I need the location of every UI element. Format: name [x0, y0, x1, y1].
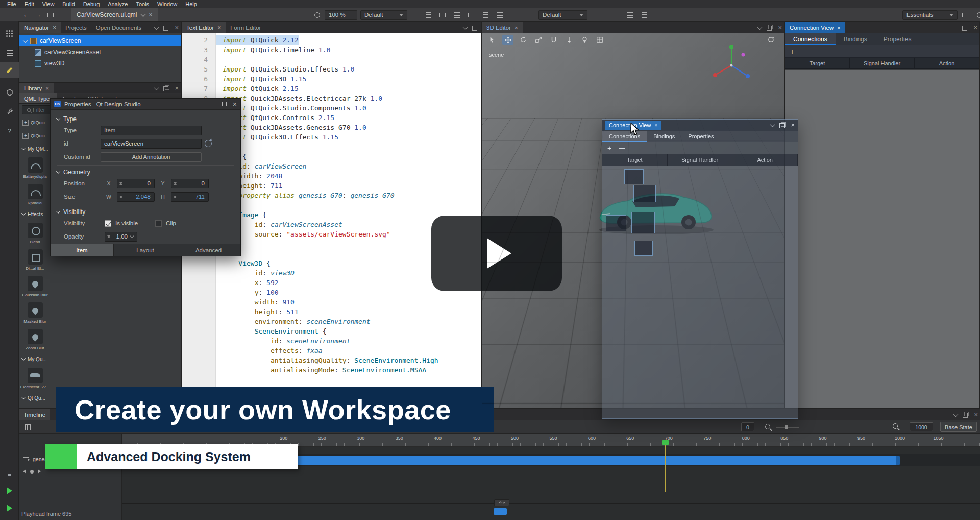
snap-grid-icon[interactable]	[424, 10, 433, 19]
timeline-settings-icon[interactable]	[23, 422, 32, 432]
close-icon[interactable]: ×	[654, 122, 657, 128]
menu-item[interactable]: Tools	[132, 1, 153, 7]
add-annotation-button[interactable]: Add Annotation	[101, 152, 202, 162]
back-icon[interactable]: ←	[21, 10, 31, 19]
menu-item[interactable]: Analyze	[104, 1, 132, 7]
maximize-icon[interactable]	[222, 102, 227, 106]
add-connection-icon[interactable]: +	[790, 48, 794, 56]
debug-run-icon[interactable]	[0, 501, 19, 516]
chevron-down-icon[interactable]	[770, 122, 775, 127]
connection-tab[interactable]: Bindings	[836, 33, 875, 45]
video-play-button[interactable]	[431, 216, 562, 291]
wrench-icon[interactable]	[0, 104, 19, 120]
connection-table-body[interactable]	[785, 70, 979, 408]
playhead-line[interactable]	[665, 445, 666, 492]
is-visible-checkbox[interactable]	[105, 220, 111, 227]
library-item[interactable]: Zoom Blur	[19, 326, 51, 353]
next-keyframe-icon[interactable]	[38, 469, 41, 474]
connection-tab[interactable]: Connections	[785, 33, 836, 45]
move-tool-icon[interactable]	[502, 35, 513, 45]
close-icon[interactable]	[973, 24, 977, 31]
rotate-tool-icon[interactable]	[518, 35, 529, 45]
align-tool-icon[interactable]	[564, 35, 575, 45]
grid-view-icon[interactable]	[640, 10, 649, 19]
zoom-fit-icon[interactable]	[893, 423, 898, 429]
width-spinbox[interactable]: 2.048	[117, 192, 155, 202]
opacity-spinbox[interactable]: 1,00	[105, 232, 137, 242]
edit-list-icon[interactable]	[0, 45, 19, 60]
x-spinbox[interactable]: 0	[117, 179, 155, 188]
connection-tab[interactable]: Properties	[875, 33, 920, 45]
close-icon[interactable]	[974, 411, 978, 418]
connection-tab[interactable]: Properties	[681, 131, 720, 142]
zoom-icon[interactable]	[312, 10, 322, 19]
help-icon[interactable]: ?	[0, 124, 19, 139]
document-tab[interactable]: CarViewScreen.ui.qml ×	[71, 8, 158, 21]
zoom-slider[interactable]	[776, 427, 799, 428]
library-item[interactable]: Effects	[19, 208, 51, 220]
properties-titlebar[interactable]: DS Properties - Qt Design Studio ×	[51, 99, 240, 110]
list-icon[interactable]	[625, 10, 634, 19]
table-column-header[interactable]: Action	[915, 58, 979, 68]
close-icon[interactable]: ×	[53, 24, 56, 31]
zoom-out-icon[interactable]	[765, 424, 770, 429]
display-icon[interactable]	[0, 464, 19, 479]
scrollbar-end-cap[interactable]	[896, 456, 900, 465]
close-icon[interactable]: ×	[837, 25, 841, 31]
float-panel-icon[interactable]	[766, 24, 773, 31]
visibility-section-header[interactable]: Visibility	[57, 208, 234, 216]
forward-icon[interactable]: →	[34, 10, 43, 19]
id-field[interactable]	[101, 139, 202, 149]
navigator-tree-item[interactable]: view3D	[19, 58, 181, 69]
add-import-icon[interactable]	[22, 133, 29, 139]
properties-tab[interactable]: Advanced	[177, 244, 240, 256]
menu-item[interactable]: Build	[58, 1, 79, 7]
library-item[interactable]: My QM...	[19, 143, 51, 155]
type-section-header[interactable]: Type	[57, 115, 234, 123]
library-item[interactable]: Di...al Bl...	[19, 247, 51, 273]
close-icon[interactable]	[175, 24, 179, 31]
chevron-down-icon[interactable]	[757, 25, 763, 30]
library-tab[interactable]: Library ×	[19, 83, 54, 93]
properties-tab[interactable]: Item	[51, 244, 114, 256]
geometry-section-header[interactable]: Geometry	[57, 169, 234, 176]
table-column-header[interactable]: Target	[602, 154, 668, 166]
apps-grid-icon[interactable]	[0, 26, 19, 41]
connection-view-tab[interactable]: Connection View ×	[785, 22, 845, 33]
snap-toggle-icon[interactable]	[481, 10, 490, 19]
navigator-tab[interactable]: Open Documents ×	[91, 22, 146, 33]
editor-tab[interactable]: Text Editor ×	[182, 22, 226, 33]
prev-keyframe-icon[interactable]	[23, 469, 26, 474]
library-item[interactable]: Rpmdial	[19, 181, 51, 208]
merge-icon[interactable]	[495, 10, 504, 19]
record-keyframe-icon[interactable]	[30, 470, 34, 474]
remove-connection-icon[interactable]: —	[619, 145, 625, 152]
close-icon[interactable]: ×	[233, 100, 237, 108]
menu-item[interactable]: Edit	[20, 1, 38, 7]
table-column-header[interactable]: Action	[732, 154, 798, 166]
snap-tool-icon[interactable]	[548, 35, 559, 45]
light-toggle-icon[interactable]	[579, 35, 590, 45]
table-column-header[interactable]: Target	[785, 58, 850, 68]
add-import-icon[interactable]	[22, 120, 29, 126]
expander-icon[interactable]	[23, 38, 28, 43]
reset-id-icon[interactable]	[205, 140, 212, 147]
components-icon[interactable]	[0, 85, 19, 100]
feedback-icon[interactable]	[975, 10, 980, 19]
grid-toggle-icon[interactable]	[594, 35, 605, 45]
table-column-header[interactable]: Signal Handler	[850, 58, 915, 68]
library-item[interactable]: Blend	[19, 220, 51, 247]
timeline-tab[interactable]: Timeline	[19, 409, 50, 420]
library-item[interactable]: Qt Qu...	[19, 392, 51, 404]
chevron-down-icon[interactable]	[463, 25, 468, 30]
select-tool-icon[interactable]	[487, 35, 498, 45]
chevron-down-icon[interactable]	[154, 85, 159, 90]
scale-tool-icon[interactable]	[533, 35, 544, 45]
float-panel-icon[interactable]	[472, 24, 479, 31]
floating-connection-view[interactable]: Connection View × Connections Bindings	[602, 119, 798, 419]
editor-tab[interactable]: Form Editor ×	[226, 22, 265, 33]
zoom-slider-handle[interactable]	[785, 425, 788, 429]
close-icon[interactable]: ×	[217, 24, 221, 31]
design-pencil-icon[interactable]	[0, 62, 19, 78]
library-item[interactable]: QtQuic...	[19, 129, 51, 143]
